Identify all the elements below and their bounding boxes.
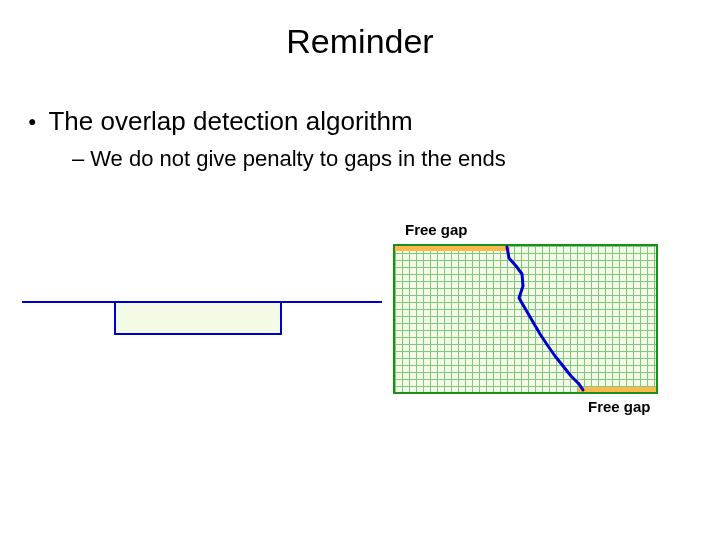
free-gap-label-top: Free gap xyxy=(405,221,468,238)
dp-grid-diagram xyxy=(393,244,658,394)
sub-bullet-marker: – xyxy=(72,146,84,172)
sub-bullet-text: We do not give penalty to gaps in the en… xyxy=(90,146,505,172)
dp-traceback-path xyxy=(393,244,658,394)
overlap-region-box xyxy=(114,301,282,335)
slide-title: Reminder xyxy=(0,22,720,61)
sub-bullet-item: – We do not give penalty to gaps in the … xyxy=(72,146,506,172)
bullet-item: ● The overlap detection algorithm xyxy=(28,106,413,137)
overlap-schematic xyxy=(22,295,382,345)
bullet-text: The overlap detection algorithm xyxy=(48,106,412,137)
free-gap-label-bottom: Free gap xyxy=(588,398,651,415)
bullet-marker: ● xyxy=(28,113,36,129)
